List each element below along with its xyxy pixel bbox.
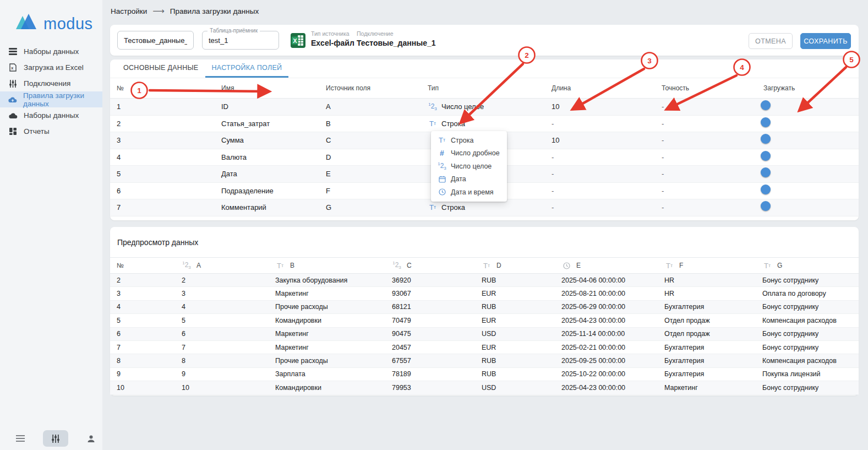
time-icon xyxy=(561,262,571,269)
connection-block: Подключение Тестовые_данные_1 xyxy=(357,30,436,47)
integer-icon: 123 xyxy=(437,162,447,171)
modus-logo-icon xyxy=(15,12,39,31)
string-icon: Tт xyxy=(275,262,285,269)
dashboard-icon xyxy=(8,128,18,135)
app-logo: modus xyxy=(15,12,93,31)
col-source: Источник поля xyxy=(326,84,428,92)
field-length[interactable]: - xyxy=(552,187,662,195)
field-length[interactable]: - xyxy=(552,153,662,161)
col-number: № xyxy=(117,262,124,269)
sidebar-item-connections[interactable]: Подключения xyxy=(0,75,102,91)
sidebar-item-load-rules[interactable]: Правила загрузки данных xyxy=(0,91,102,107)
cloud-upload-icon xyxy=(8,96,17,103)
col-c: C xyxy=(407,262,412,269)
field-name: Сумма xyxy=(221,136,326,144)
col-f: F xyxy=(679,262,683,269)
type-select[interactable]: 123 Число целое xyxy=(428,102,552,111)
source-type-value: Excel-файл xyxy=(311,39,354,47)
app-root: { "breadcrumb": { "items": ["Настройки",… xyxy=(0,0,868,450)
field-length[interactable]: - xyxy=(552,120,662,128)
source-type-label: Тип источника xyxy=(311,30,354,37)
source-type-block: Тип источника Excel-файл xyxy=(311,30,354,47)
settings-sliders-icon[interactable] xyxy=(43,430,68,447)
dropdown-option-decimal[interactable]: # Число дробное xyxy=(431,147,507,160)
dropdown-option-integer[interactable]: 123 Число целое xyxy=(431,160,507,173)
sidebar-item-datasets[interactable]: Наборы данных xyxy=(0,44,102,59)
breadcrumb-load-rules: Правила загрузки данных xyxy=(170,7,259,15)
user-icon[interactable] xyxy=(78,430,103,447)
sidebar-item-label: Правила загрузки данных xyxy=(23,91,94,108)
sidebar-item-label: Наборы данных xyxy=(24,111,79,120)
col-number: № xyxy=(117,84,221,92)
col-type: Тип xyxy=(428,84,552,92)
field-length[interactable]: 10 xyxy=(552,136,662,144)
col-b: B xyxy=(290,262,294,269)
field-precision[interactable]: - xyxy=(662,187,763,195)
sidebar-item-reports[interactable]: Отчеты xyxy=(0,123,102,139)
col-d: D xyxy=(496,262,501,269)
sidebar-item-datasets-2[interactable]: Наборы данных xyxy=(0,107,102,123)
field-source: F xyxy=(326,187,428,195)
dropdown-option-datetime[interactable]: Дата и время xyxy=(431,186,507,199)
sidebar-item-label: Подключения xyxy=(24,79,70,88)
type-label: Строка xyxy=(441,120,465,128)
type-select[interactable]: Tт Строка xyxy=(428,203,552,212)
string-icon: Tт xyxy=(762,262,772,269)
sidebar-item-label: Наборы данных xyxy=(24,47,79,56)
dropdown-option-string[interactable]: Tт Строка xyxy=(431,134,507,147)
type-label: Строка xyxy=(441,203,465,212)
option-label: Число целое xyxy=(451,162,492,170)
preview-row: 33Маркетинг93067EUR2025-08-21 00:00:00HR… xyxy=(110,287,859,300)
field-name: Статья_затрат xyxy=(221,120,326,128)
field-source: B xyxy=(326,120,428,128)
sidebar-footer xyxy=(8,430,103,447)
field-source: A xyxy=(326,102,428,111)
sidebar-item-excel-load[interactable]: x Загрузка из Excel xyxy=(0,59,102,75)
logo-text: modus xyxy=(43,17,93,31)
preview-body: 22Закупка оборудования36920RUB2025-04-06… xyxy=(110,274,859,395)
menu-icon[interactable] xyxy=(8,430,33,447)
sidebar-nav: Наборы данных x Загрузка из Excel Подклю… xyxy=(0,44,102,139)
field-precision[interactable]: - xyxy=(662,120,763,128)
save-button[interactable]: СОХРАНИТЬ xyxy=(800,33,851,49)
tab-main-data[interactable]: ОСНОВНЫЕ ДАННЫЕ xyxy=(117,59,205,78)
toolbar-card: Таблица-приёмник X Тип источника Excel-ф… xyxy=(110,25,859,56)
preview-row: 44Прочие расходы68121RUB2025-06-29 00:00… xyxy=(110,301,859,314)
field-source: D xyxy=(326,153,428,161)
breadcrumb-settings[interactable]: Настройки xyxy=(111,7,147,15)
target-table-input[interactable] xyxy=(202,31,279,50)
field-length[interactable]: - xyxy=(552,170,662,178)
field-precision[interactable]: - xyxy=(662,136,763,144)
string-icon: Tт xyxy=(428,204,438,211)
datetime-icon xyxy=(437,188,447,196)
col-a: A xyxy=(196,262,201,269)
dataset-name-input[interactable] xyxy=(117,31,194,50)
field-precision[interactable]: - xyxy=(662,170,763,178)
decimal-icon: # xyxy=(437,149,447,157)
field-name: Подразделение xyxy=(221,187,326,195)
tab-field-settings[interactable]: НАСТРОЙКА ПОЛЕЙ xyxy=(205,59,289,78)
field-length[interactable]: 10 xyxy=(552,102,662,111)
row-number: 3 xyxy=(117,136,221,144)
row-number: 7 xyxy=(117,203,221,212)
svg-text:x: x xyxy=(11,66,13,70)
col-e: E xyxy=(576,262,581,269)
preview-card: Предпросмотр данных № 123A TтB 123C TтD … xyxy=(110,227,859,395)
string-icon: Tт xyxy=(482,262,492,269)
option-label: Дата xyxy=(451,175,466,183)
integer-icon: 123 xyxy=(392,261,402,270)
fields-table-header: № Имя Источник поля Тип Длина Точность З… xyxy=(110,78,859,99)
field-source: E xyxy=(326,170,428,178)
cancel-button[interactable]: ОТМЕНА xyxy=(749,33,793,49)
preview-row: 22Закупка оборудования36920RUB2025-04-06… xyxy=(110,274,859,287)
field-row-7: 7 Комментарий G Tт Строка - - xyxy=(110,199,859,216)
integer-icon: 123 xyxy=(428,102,438,111)
type-select[interactable]: Tт Строка xyxy=(428,120,552,128)
field-length[interactable]: - xyxy=(552,203,662,212)
field-precision[interactable]: - xyxy=(662,203,763,212)
preview-title: Предпросмотр данных xyxy=(110,227,859,257)
field-precision[interactable]: - xyxy=(662,153,763,161)
dropdown-option-date[interactable]: Дата xyxy=(431,173,507,186)
field-precision[interactable]: - xyxy=(662,102,763,111)
excel-file-icon: X xyxy=(291,33,305,50)
